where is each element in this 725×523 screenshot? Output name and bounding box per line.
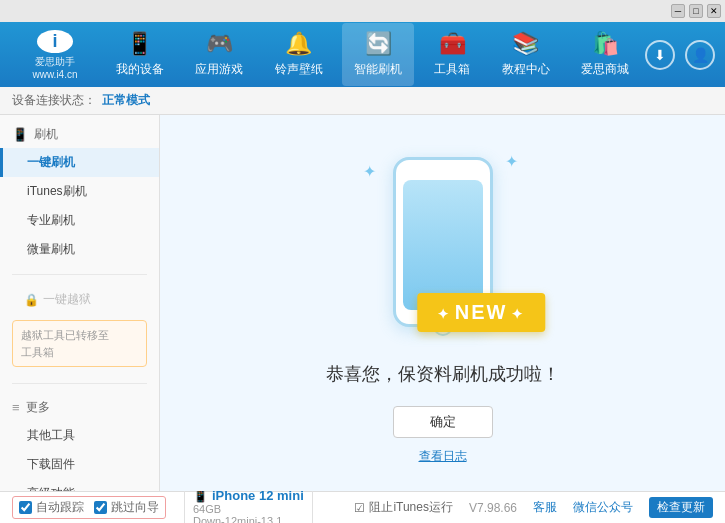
nav-label-toolbox: 工具箱 — [434, 61, 470, 78]
status-value: 正常模式 — [102, 92, 150, 109]
sidebar-label-micro-flash: 微量刷机 — [27, 242, 75, 256]
nav-item-ringtone[interactable]: 🔔 铃声壁纸 — [263, 23, 335, 86]
auto-follow-label: 自动跟踪 — [36, 499, 84, 516]
sidebar-label-one-key-flash: 一键刷机 — [27, 155, 75, 169]
maximize-btn[interactable]: □ — [689, 4, 703, 18]
device-storage: 64GB — [193, 503, 304, 515]
customer-service-link[interactable]: 客服 — [533, 499, 557, 516]
nav-label-ringtone: 铃声壁纸 — [275, 61, 323, 78]
itunes-status[interactable]: ☑ 阻止iTunes运行 — [354, 499, 453, 516]
sidebar-label-download-firmware: 下载固件 — [27, 457, 75, 471]
new-ribbon: NEW — [417, 293, 546, 332]
minimize-btn[interactable]: ─ — [671, 4, 685, 18]
nav-icon-toolbox: 🧰 — [439, 31, 466, 57]
flash-section-icon: 📱 — [12, 127, 28, 142]
sidebar-item-pro-flash[interactable]: 专业刷机 — [0, 206, 159, 235]
logo[interactable]: i 爱思助手 www.i4.cn — [10, 30, 100, 80]
nav-icon-store: 🛍️ — [592, 31, 619, 57]
nav-label-apps-games: 应用游戏 — [195, 61, 243, 78]
version-label: V7.98.66 — [469, 501, 517, 515]
jailbreak-section-label: 一键越狱 — [43, 291, 91, 308]
sidebar-item-other-tools[interactable]: 其他工具 — [0, 421, 159, 450]
nav-item-toolbox[interactable]: 🧰 工具箱 — [422, 23, 482, 86]
sidebar-divider-1 — [12, 274, 147, 275]
sidebar-notice-text: 越狱工具已转移至工具箱 — [21, 329, 109, 358]
sidebar-item-download-firmware[interactable]: 下载固件 — [0, 450, 159, 479]
auto-follow-checkbox[interactable]: 自动跟踪 — [19, 499, 84, 516]
sidebar-section-flash: 📱 刷机 一键刷机 iTunes刷机 专业刷机 微量刷机 — [0, 115, 159, 270]
sidebar-label-itunes-flash: iTunes刷机 — [27, 184, 87, 198]
sidebar-item-itunes-flash[interactable]: iTunes刷机 — [0, 177, 159, 206]
nav-label-my-device: 我的设备 — [116, 61, 164, 78]
logo-brand: 爱思助手 — [35, 55, 75, 69]
sidebar-section-more: ≡ 更多 其他工具 下载固件 高级功能 — [0, 388, 159, 491]
sidebar-section-header-more: ≡ 更多 — [0, 394, 159, 421]
nav-item-apps-games[interactable]: 🎮 应用游戏 — [183, 23, 255, 86]
nav-label-store: 爱思商城 — [581, 61, 629, 78]
header: i 爱思助手 www.i4.cn 📱 我的设备 🎮 应用游戏 🔔 铃声壁纸 🔄 … — [0, 22, 725, 87]
sidebar-item-one-key-flash[interactable]: 一键刷机 — [0, 148, 159, 177]
checkbox-group: 自动跟踪 跳过向导 — [12, 496, 166, 519]
footer-right: ☑ 阻止iTunes运行 V7.98.66 客服 微信公众号 检查更新 — [354, 497, 713, 518]
calendar-link[interactable]: 查看日志 — [419, 448, 467, 465]
nav-icon-tutorial: 📚 — [512, 31, 539, 57]
close-btn[interactable]: ✕ — [707, 4, 721, 18]
auto-follow-input[interactable] — [19, 501, 32, 514]
wechat-link[interactable]: 微信公众号 — [573, 499, 633, 516]
nav-right: ⬇ 👤 — [645, 40, 715, 70]
main-layout: 📱 刷机 一键刷机 iTunes刷机 专业刷机 微量刷机 🔒 一键越狱 — [0, 115, 725, 491]
nav-item-tutorial[interactable]: 📚 教程中心 — [490, 23, 562, 86]
logo-url: www.i4.cn — [32, 69, 77, 80]
logo-icon: i — [37, 30, 73, 53]
nav-item-smart-flash[interactable]: 🔄 智能刷机 — [342, 23, 414, 86]
more-section-label: 更多 — [26, 399, 50, 416]
nav-icon-apps-games: 🎮 — [206, 31, 233, 57]
title-bar: ─ □ ✕ — [0, 0, 725, 22]
sparkle-icon-tr: ✦ — [505, 152, 518, 171]
sparkle-icon-tl: ✦ — [363, 162, 376, 181]
phone-screen — [403, 180, 483, 310]
footer: 自动跟踪 跳过向导 📱 iPhone 12 mini 64GB Down-12m… — [0, 491, 725, 523]
skip-wizard-label: 跳过向导 — [111, 499, 159, 516]
confirm-button[interactable]: 确定 — [393, 406, 493, 438]
nav-label-smart-flash: 智能刷机 — [354, 61, 402, 78]
nav-icon-smart-flash: 🔄 — [365, 31, 392, 57]
nav-label-tutorial: 教程中心 — [502, 61, 550, 78]
device-model: Down-12mini-13,1 — [193, 515, 304, 523]
lock-icon: 🔒 — [24, 293, 39, 307]
download-btn[interactable]: ⬇ — [645, 40, 675, 70]
phone-illustration: ✦ ✦ ✦ NEW — [353, 142, 533, 342]
main-content: ✦ ✦ ✦ NEW 恭喜您，保资料刷机成功啦！ 确定 查看日志 — [160, 115, 725, 491]
sidebar-section-header-jailbreak: 🔒 一键越狱 — [0, 285, 159, 314]
check-update-btn[interactable]: 检查更新 — [649, 497, 713, 518]
nav-bar: 📱 我的设备 🎮 应用游戏 🔔 铃声壁纸 🔄 智能刷机 🧰 工具箱 📚 教程中心… — [100, 22, 645, 87]
sidebar-divider-2 — [12, 383, 147, 384]
success-message: 恭喜您，保资料刷机成功啦！ — [326, 362, 560, 386]
sidebar-item-micro-flash[interactable]: 微量刷机 — [0, 235, 159, 264]
sidebar-label-other-tools: 其他工具 — [27, 428, 75, 442]
sidebar-section-header-flash: 📱 刷机 — [0, 121, 159, 148]
nav-item-store[interactable]: 🛍️ 爱思商城 — [569, 23, 641, 86]
sidebar: 📱 刷机 一键刷机 iTunes刷机 专业刷机 微量刷机 🔒 一键越狱 — [0, 115, 160, 491]
nav-icon-ringtone: 🔔 — [285, 31, 312, 57]
sidebar-label-pro-flash: 专业刷机 — [27, 213, 75, 227]
itunes-checkbox-icon: ☑ — [354, 501, 365, 515]
itunes-status-label: 阻止iTunes运行 — [369, 499, 453, 516]
user-btn[interactable]: 👤 — [685, 40, 715, 70]
skip-wizard-input[interactable] — [94, 501, 107, 514]
more-section-icon: ≡ — [12, 400, 20, 415]
nav-item-my-device[interactable]: 📱 我的设备 — [104, 23, 176, 86]
skip-wizard-checkbox[interactable]: 跳过向导 — [94, 499, 159, 516]
flash-section-label: 刷机 — [34, 126, 58, 143]
sidebar-jailbreak-notice: 越狱工具已转移至工具箱 — [12, 320, 147, 367]
nav-icon-my-device: 📱 — [126, 31, 153, 57]
status-label: 设备连接状态： — [12, 92, 96, 109]
status-bar: 设备连接状态： 正常模式 — [0, 87, 725, 115]
sidebar-section-jailbreak: 🔒 一键越狱 越狱工具已转移至工具箱 — [0, 279, 159, 379]
